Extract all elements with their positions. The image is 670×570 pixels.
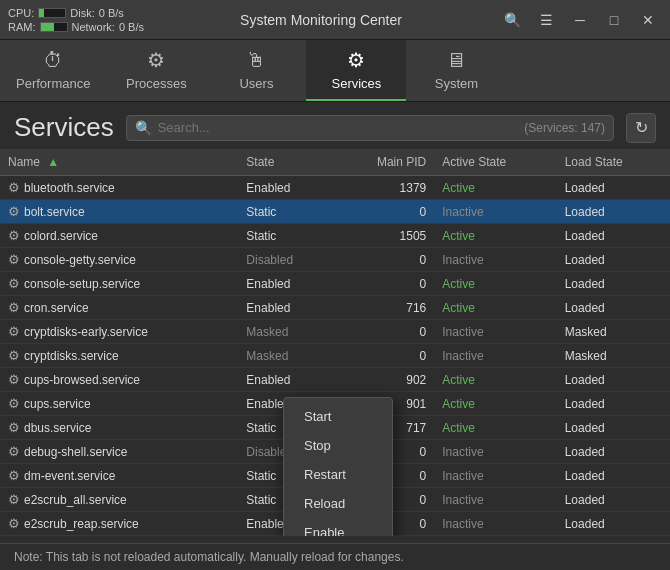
context-start[interactable]: Start [284,402,392,431]
search-bar[interactable]: 🔍 (Services: 147) [126,115,614,141]
tab-users[interactable]: 🖱 Users [206,40,306,101]
tab-services[interactable]: ⚙ Services [306,40,406,101]
service-active-state: Active [434,296,556,320]
service-active-state: Active [434,416,556,440]
search-input[interactable] [158,120,519,135]
service-gear-icon: ⚙ [8,420,20,435]
disk-label: Disk: [70,7,94,19]
service-pid: 0 [334,344,434,368]
service-active-state: Active [434,224,556,248]
service-name: ⚙ cron.service [0,296,238,320]
col-state[interactable]: State [238,149,334,176]
table-row[interactable]: ⚙ console-getty.service Disabled 0 Inact… [0,248,670,272]
refresh-button[interactable]: ↻ [626,113,656,143]
service-state: Masked [238,320,334,344]
service-load-state: Loaded [557,464,670,488]
tab-processes-label: Processes [126,76,187,91]
table-row[interactable]: ⚙ cron.service Enabled 716 Active Loaded [0,296,670,320]
context-restart[interactable]: Restart [284,460,392,489]
disk-value: 0 B/s [99,7,124,19]
app-title: System Monitoring Center [144,12,498,28]
service-gear-icon: ⚙ [8,516,20,531]
tab-processes[interactable]: ⚙ Processes [106,40,206,101]
tab-performance-label: Performance [16,76,90,91]
context-reload[interactable]: Reload [284,489,392,518]
service-gear-icon: ⚙ [8,348,20,363]
col-active-state[interactable]: Active State [434,149,556,176]
service-name: ⚙ cryptdisks-early.service [0,320,238,344]
service-name: ⚙ cryptdisks.service [0,344,238,368]
page-header: Services 🔍 (Services: 147) ↻ [0,102,670,149]
service-state: Static [238,200,334,224]
system-stats: CPU: Disk: 0 B/s RAM: Network: 0 B/s [8,7,144,33]
table-row[interactable]: ⚙ bolt.service Static 0 Inactive Loaded [0,200,670,224]
context-menu: Start Stop Restart Reload Enable Disable… [283,397,393,536]
window-controls: 🔍 ☰ ─ □ ✕ [498,6,662,34]
service-active-state: Inactive [434,464,556,488]
tab-performance[interactable]: ⏱ Performance [0,40,106,101]
service-pid: 0 [334,200,434,224]
table-row[interactable]: ⚙ cups-browsed.service Enabled 902 Activ… [0,368,670,392]
page-title: Services [14,112,114,143]
tab-system[interactable]: 🖥 System [406,40,506,101]
close-button[interactable]: ✕ [634,6,662,34]
service-active-state: Active [434,368,556,392]
service-pid: 716 [334,296,434,320]
service-active-state: Inactive [434,512,556,536]
context-enable[interactable]: Enable [284,518,392,536]
service-state: Static [238,224,334,248]
note-bar: Note: This tab is not reloaded automatic… [0,543,670,570]
service-load-state: Loaded [557,296,670,320]
titlebar: CPU: Disk: 0 B/s RAM: Network: 0 B/s Sys… [0,0,670,40]
service-name: ⚙ bolt.service [0,200,238,224]
service-active-state: Inactive [434,200,556,224]
service-state: Enabled [238,176,334,200]
menu-button[interactable]: ☰ [532,6,560,34]
context-stop[interactable]: Stop [284,431,392,460]
service-load-state: Loaded [557,272,670,296]
table-row[interactable]: ⚙ cryptdisks-early.service Masked 0 Inac… [0,320,670,344]
service-name: ⚙ dm-event.service [0,464,238,488]
service-gear-icon: ⚙ [8,276,20,291]
service-load-state: Masked [557,320,670,344]
service-active-state: Inactive [434,440,556,464]
service-name: ⚙ cups-browsed.service [0,368,238,392]
service-load-state: Loaded [557,176,670,200]
minimize-button[interactable]: ─ [566,6,594,34]
tab-users-label: Users [239,76,273,91]
service-load-state: Loaded [557,200,670,224]
service-name: ⚙ colord.service [0,224,238,248]
service-gear-icon: ⚙ [8,180,20,195]
service-gear-icon: ⚙ [8,372,20,387]
table-row[interactable]: ⚙ bluetooth.service Enabled 1379 Active … [0,176,670,200]
system-icon: 🖥 [446,49,466,72]
network-value: 0 B/s [119,21,144,33]
maximize-button[interactable]: □ [600,6,628,34]
service-pid: 902 [334,368,434,392]
tab-system-label: System [435,76,478,91]
service-name: ⚙ console-getty.service [0,248,238,272]
services-icon: ⚙ [347,48,365,72]
service-gear-icon: ⚙ [8,252,20,267]
service-load-state: Loaded [557,440,670,464]
search-icon: 🔍 [135,120,152,136]
service-gear-icon: ⚙ [8,300,20,315]
table-row[interactable]: ⚙ console-setup.service Enabled 0 Active… [0,272,670,296]
search-button[interactable]: 🔍 [498,6,526,34]
col-name[interactable]: Name ▲ [0,149,238,176]
table-row[interactable]: ⚙ cryptdisks.service Masked 0 Inactive M… [0,344,670,368]
sort-arrow-name: ▲ [47,155,59,169]
cpu-bar [38,8,66,18]
services-count: (Services: 147) [524,121,605,135]
network-label: Network: [72,21,115,33]
service-name: ⚙ bluetooth.service [0,176,238,200]
service-pid: 0 [334,320,434,344]
col-main-pid[interactable]: Main PID [334,149,434,176]
service-active-state: Active [434,176,556,200]
col-load-state[interactable]: Load State [557,149,670,176]
performance-icon: ⏱ [43,49,63,72]
service-active-state: Inactive [434,344,556,368]
service-active-state: Inactive [434,248,556,272]
service-name: ⚙ e2scrub_all.service [0,488,238,512]
table-row[interactable]: ⚙ colord.service Static 1505 Active Load… [0,224,670,248]
